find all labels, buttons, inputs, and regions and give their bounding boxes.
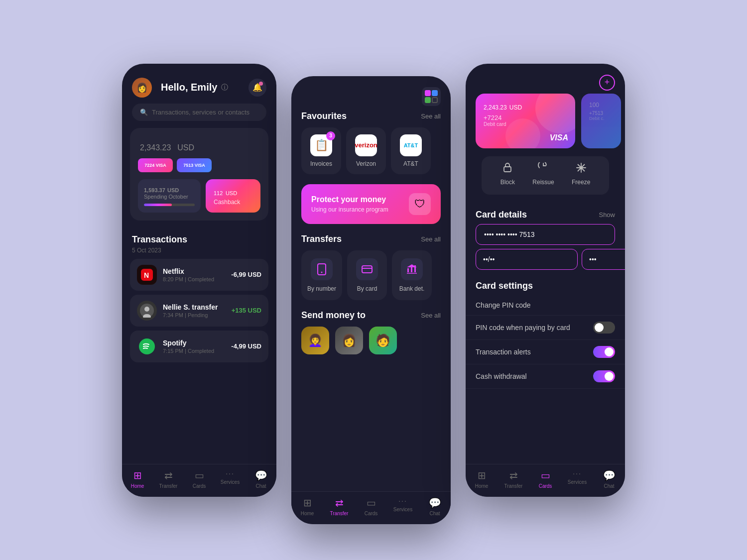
expiry-input[interactable]: [476, 249, 578, 270]
home-icon: ⊞: [133, 469, 142, 481]
setting-change-pin[interactable]: Change PIN code: [466, 295, 625, 316]
tx-alerts-toggle[interactable]: [593, 346, 615, 358]
favourites-see-all[interactable]: See all: [421, 112, 441, 120]
nav-transfer[interactable]: ⇄ Transfer: [153, 469, 184, 489]
by-card-label: By card: [357, 285, 377, 292]
fav-invoices[interactable]: 📋 3 Invoices: [301, 127, 341, 174]
p3-nav-transfer[interactable]: ⇄ Transfer: [498, 469, 529, 489]
main-card[interactable]: 2,243.23 USD +7224 Debit card VISA: [476, 94, 575, 148]
info-icon[interactable]: ⓘ: [221, 83, 228, 92]
spotify-detail: 7:15 PM | Completed: [163, 348, 225, 354]
transfers-see-all[interactable]: See all: [421, 235, 441, 243]
p3-bottom-nav: ⊞ Home ⇄ Transfer ▭ Cards ··· Services 💬…: [466, 464, 625, 497]
by-number-label: By number: [307, 285, 336, 292]
search-bar[interactable]: 🔍 Transactions, services or contacts: [132, 104, 266, 121]
card-number-input[interactable]: [476, 224, 615, 245]
setting-cash-withdrawal[interactable]: Cash withdrawal: [466, 364, 625, 389]
cvv-input[interactable]: [582, 249, 625, 270]
transaction-item-netflix[interactable]: N Netflix 8:20 PM | Completed -6,99 USD: [130, 259, 268, 291]
p1-bottom-nav: ⊞ Home ⇄ Transfer ▭ Cards ··· Services 💬…: [122, 464, 276, 497]
p3-nav-services[interactable]: ··· Services: [561, 469, 593, 489]
nellie-name: Nellie S. transfer: [163, 303, 226, 311]
transfers-row: By number By card: [291, 250, 451, 310]
transfers-header: Transfers See all: [291, 234, 451, 250]
freeze-icon: [576, 162, 587, 176]
phone-1: 👩 Hello, Emily ⓘ 🔔 🔍 Transactions, servi…: [122, 64, 276, 497]
p3-nav-cards[interactable]: ▭ Cards: [529, 469, 561, 489]
send-money-see-all[interactable]: See all: [421, 312, 441, 319]
balance-card: 2,343.23 USD 7224 VISA 7513 VISA 1,593.3…: [130, 128, 268, 221]
protect-title: Protect your money: [311, 195, 388, 204]
p3-nav-chat[interactable]: 💬 Chat: [593, 469, 625, 489]
send-avatar-3[interactable]: 🧑: [369, 327, 397, 354]
transfer-by-number[interactable]: By number: [301, 250, 342, 300]
svg-rect-6: [318, 264, 326, 275]
send-avatar-1[interactable]: 👩‍🦱: [301, 327, 329, 354]
nav-services[interactable]: ··· Services: [215, 469, 246, 489]
setting-tx-alerts[interactable]: Transaction alerts: [466, 340, 625, 364]
p3-nav-home[interactable]: ⊞ Home: [466, 469, 498, 489]
p2-nav-services[interactable]: ··· Services: [387, 497, 419, 516]
search-icon: 🔍: [140, 109, 148, 116]
p2-nav-home[interactable]: ⊞ Home: [291, 497, 323, 516]
show-button[interactable]: Show: [599, 211, 615, 219]
reissue-label: Reissue: [532, 179, 554, 186]
transaction-item-nellie[interactable]: Nellie S. transfer 7:34 PM | Pending +13…: [130, 295, 268, 327]
send-avatars-row: 👩‍🦱 👩 🧑: [291, 327, 451, 354]
reissue-icon: [538, 162, 549, 176]
p3-cards-icon: ▭: [541, 469, 550, 481]
p2-home-label: Home: [301, 511, 314, 516]
svg-rect-8: [362, 266, 372, 273]
send-money-title: Send money to: [301, 310, 366, 321]
send-avatar-2[interactable]: 👩: [335, 327, 363, 354]
p2-nav-cards[interactable]: ▭ Cards: [355, 497, 387, 516]
freeze-action[interactable]: Freeze: [572, 162, 590, 186]
transfer-by-card[interactable]: By card: [347, 250, 387, 300]
transfers-title: Transfers: [301, 234, 342, 244]
spending-progress: [144, 204, 195, 206]
p2-bottom-nav: ⊞ Home ⇄ Transfer ▭ Cards ··· Services 💬…: [291, 491, 451, 524]
cards-icon: ▭: [195, 469, 204, 481]
p3-transfer-label: Transfer: [504, 483, 523, 489]
nav-chat[interactable]: 💬 Chat: [246, 469, 276, 489]
spotify-info: Spotify 7:15 PM | Completed: [163, 339, 225, 354]
change-pin-label: Change PIN code: [476, 301, 531, 309]
transfer-bank-details[interactable]: Bank det.: [392, 250, 432, 300]
block-action[interactable]: Block: [500, 162, 515, 186]
transaction-item-spotify[interactable]: Spotify 7:15 PM | Completed -4,99 USD: [130, 331, 268, 362]
spotify-icon: [137, 336, 157, 356]
spending-label: Spending October: [144, 194, 195, 200]
p3-chat-icon: 💬: [603, 469, 616, 481]
mini-card-1[interactable]: 7224 VISA: [138, 158, 173, 172]
protect-text: Protect your money Using our insurance p…: [311, 195, 388, 213]
p3-services-label: Services: [568, 479, 587, 485]
p2-nav-chat[interactable]: 💬 Chat: [419, 497, 451, 516]
fav-verizon[interactable]: verizon Verizon: [346, 127, 386, 174]
balance-amount: 2,343.23 USD: [138, 136, 260, 154]
setting-pin-on-pay[interactable]: PIN code when paying by card: [466, 316, 625, 340]
att-label: AT&T: [403, 160, 418, 167]
qr-button[interactable]: [422, 87, 441, 106]
p2-transfer-label: Transfer: [330, 511, 349, 516]
netflix-info: Netflix 8:20 PM | Completed: [163, 267, 225, 282]
pin-on-pay-toggle[interactable]: [593, 322, 615, 334]
reissue-action[interactable]: Reissue: [532, 162, 554, 186]
p3-home-label: Home: [475, 483, 489, 489]
transfer-label: Transfer: [159, 483, 178, 489]
cash-withdrawal-toggle[interactable]: [593, 370, 615, 382]
p2-chat-icon: 💬: [429, 497, 441, 509]
nav-home[interactable]: ⊞ Home: [122, 469, 153, 489]
secondary-card[interactable]: 100 +7513 Debit c.: [581, 94, 621, 148]
by-card-icon: [356, 258, 378, 280]
add-card-button[interactable]: +: [599, 75, 615, 91]
notification-bell[interactable]: 🔔: [249, 79, 266, 97]
nav-cards[interactable]: ▭ Cards: [184, 469, 215, 489]
protect-banner[interactable]: Protect your money Using our insurance p…: [301, 184, 441, 224]
invoices-badge: 3: [326, 131, 335, 140]
fav-att[interactable]: AT&T AT&T: [391, 127, 431, 174]
spending-row: 1,593.37 USD Spending October 112 USD Ca…: [138, 179, 260, 213]
p2-transfer-icon: ⇄: [335, 497, 344, 509]
mini-card-2[interactable]: 7513 VISA: [177, 158, 212, 172]
p2-nav-transfer[interactable]: ⇄ Transfer: [323, 497, 355, 516]
cards-label: Cards: [193, 483, 206, 489]
